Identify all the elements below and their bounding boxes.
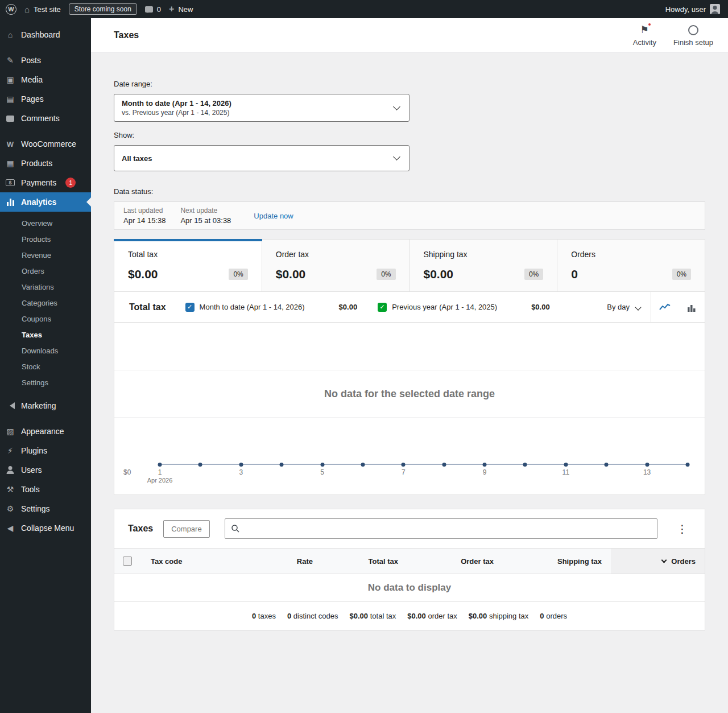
analytics-icon [5,197,16,207]
summary-tile-total-tax[interactable]: Total tax $0.00 0% [114,239,262,292]
chart-x-ticks: Apr 2026 135791113 [160,468,688,491]
submenu-item-downloads[interactable]: Downloads [0,343,91,358]
sidebar-item-posts[interactable]: ✎ Posts [0,51,91,70]
sidebar-item-analytics[interactable]: Analytics [0,192,91,212]
summary-tile-order-tax[interactable]: Order tax $0.00 0% [262,239,410,292]
sidebar-item-label: Settings [21,504,50,513]
more-options-icon[interactable]: ⋮ [672,522,692,535]
sidebar-item-settings[interactable]: ⚙ Settings [0,499,91,518]
column-header-total-tax[interactable]: Total tax [322,549,407,574]
activity-button[interactable]: ⚑ Activity [633,24,656,47]
submenu-item-taxes[interactable]: Taxes [0,327,91,343]
submenu-item-revenue[interactable]: Revenue [0,247,91,263]
collapse-menu-button[interactable]: ◀ Collapse Menu [0,518,91,538]
tile-value: $0.00 [276,267,306,281]
comments-icon [5,113,16,123]
sidebar-item-comments[interactable]: Comments [0,109,91,128]
table-column-headers: Tax code Rate Total tax Order tax Shippi… [114,548,705,574]
legend-item-current-period[interactable]: ✓ Month to date (Apr 1 - 14, 2026) $0.00 [185,303,358,312]
sidebar-item-appearance[interactable]: ▨ Appearance [0,422,91,441]
column-header-shipping-tax[interactable]: Shipping tax [503,549,611,574]
table-title: Taxes [128,524,153,534]
summary-orders: 0 orders [540,612,567,620]
interval-select[interactable]: By day [597,303,651,311]
wordpress-menu[interactable]: W [6,4,16,15]
tile-value: $0.00 [424,267,454,281]
line-chart-toggle[interactable] [651,292,678,322]
column-header-rate[interactable]: Rate [237,549,322,574]
show-select[interactable]: All taxes [114,145,410,171]
page-title: Taxes [114,30,139,40]
sidebar-item-tools[interactable]: ⚒ Tools [0,480,91,499]
next-update-value: Apr 15 at 03:38 [180,216,231,225]
avatar [710,4,720,14]
submenu-item-variations[interactable]: Variations [0,279,91,295]
bar-chart-toggle[interactable] [678,292,705,322]
sidebar-item-woocommerce[interactable]: W WooCommerce [0,134,91,154]
date-range-select[interactable]: Month to date (Apr 1 - 14, 2026) vs. Pre… [114,94,410,122]
legend-item-previous-period[interactable]: ✓ Previous year (Apr 1 - 14, 2025) $0.00 [378,303,550,312]
new-label: New [178,5,193,14]
submenu-item-stock[interactable]: Stock [0,358,91,374]
checkbox-previous-period[interactable]: ✓ [378,303,387,312]
sidebar-item-label: Plugins [21,446,47,455]
menu-separator [0,128,91,134]
x-axis-tick: 9 [483,468,487,476]
sidebar-item-plugins[interactable]: ⚡ Plugins [0,441,91,460]
sidebar-item-marketing[interactable]: Marketing [0,396,91,415]
sidebar-item-products[interactable]: ▦ Products [0,154,91,173]
sidebar-item-label: Analytics [21,197,56,207]
posts-icon: ✎ [5,55,16,65]
x-axis-tick: 13 [643,468,651,476]
column-header-tax-code[interactable]: Tax code [142,549,237,574]
submenu-item-categories[interactable]: Categories [0,295,91,311]
x-axis-tick: 1 [158,468,162,476]
y-axis-tick-label: $0 [123,468,131,476]
tile-delta-badge: 0% [672,269,691,280]
coming-soon-badge: Store coming soon [69,3,137,15]
tools-icon: ⚒ [5,484,16,494]
sidebar-item-label: WooCommerce [21,139,76,149]
select-all-checkbox[interactable] [123,557,132,566]
sidebar-item-media[interactable]: ▣ Media [0,70,91,89]
sidebar-item-label: Comments [21,114,60,123]
column-header-orders[interactable]: Orders [611,549,705,574]
submenu-item-overview[interactable]: Overview [0,215,91,231]
table-search[interactable] [225,518,657,539]
howdy-text: Howdy, user [665,5,706,14]
bar-chart-icon [687,303,696,312]
summary-tile-orders[interactable]: Orders 0 0% [557,239,705,292]
summary-tile-shipping-tax[interactable]: Shipping tax $0.00 0% [410,239,558,292]
finish-setup-button[interactable]: Finish setup [673,24,713,47]
sidebar-item-users[interactable]: Users [0,460,91,480]
new-content-menu[interactable]: + New [169,5,193,14]
chart-x-axis: $0 Apr 2026 135791113 [114,465,705,494]
my-account-menu[interactable]: Howdy, user [665,4,720,14]
select-all-cell [114,549,142,574]
comments-link[interactable]: 0 [145,5,161,14]
submenu-item-settings[interactable]: Settings [0,374,91,390]
summary-distinct-codes: 0 distinct codes [287,612,338,620]
checkbox-current-period[interactable]: ✓ [185,303,195,312]
show-value: All taxes [122,154,384,163]
site-name-link[interactable]: ⌂ Test site [24,5,61,14]
submenu-item-orders[interactable]: Orders [0,263,91,279]
sidebar-item-pages[interactable]: ▤ Pages [0,89,91,109]
x-axis-tick: 3 [239,468,243,476]
sidebar: ⌂ Dashboard ✎ Posts ▣ Media ▤ Pages Comm… [0,18,91,713]
menu-separator [0,415,91,422]
sidebar-item-payments[interactable]: $ Payments 1 [0,173,91,192]
line-chart-icon [659,303,671,312]
sort-descending-icon [661,557,667,563]
submenu-item-products[interactable]: Products [0,231,91,247]
data-status-heading: Data status: [114,187,705,196]
update-now-link[interactable]: Update now [254,212,293,220]
search-input[interactable] [245,525,651,533]
sidebar-item-dashboard[interactable]: ⌂ Dashboard [0,25,91,44]
column-header-order-tax[interactable]: Order tax [407,549,503,574]
submenu-item-coupons[interactable]: Coupons [0,311,91,327]
compare-button[interactable]: Compare [163,520,209,538]
sidebar-item-label: Appearance [21,427,64,436]
sidebar-item-label: Tools [21,485,40,494]
x-axis-tick: 7 [402,468,406,476]
